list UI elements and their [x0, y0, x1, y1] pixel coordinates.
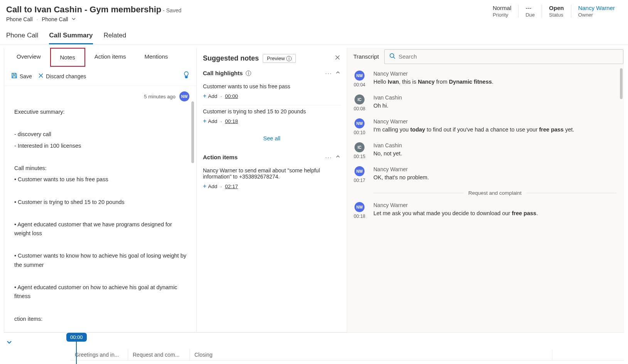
entity-type: Phone Call: [6, 16, 33, 22]
timestamp-link[interactable]: 00:00: [225, 93, 238, 99]
utterance: OK, that's no problem.: [373, 174, 616, 182]
avatar: IC: [355, 142, 365, 152]
timestamp: 00:04: [354, 82, 365, 88]
chevron-up-icon[interactable]: [335, 154, 341, 160]
tab-related[interactable]: Related: [104, 27, 127, 44]
note-line: [14, 153, 186, 162]
utterance: I'm calling you today to find out if you…: [373, 126, 616, 134]
transcript-row[interactable]: NW00:10 Nancy WarnerI'm calling you toda…: [351, 118, 616, 135]
transcript-row[interactable]: NW00:04 Nancy WarnerHello Ivan, this is …: [351, 71, 616, 88]
chevron-down-icon[interactable]: [4, 337, 15, 349]
meta-item: ---Due: [518, 5, 542, 18]
save-button[interactable]: Save: [11, 72, 32, 80]
page-header: Call to Ivan Cashin - Gym membership - S…: [0, 0, 628, 25]
search-input[interactable]: [384, 49, 623, 64]
action-item-text: Nancy Warner to send email about "some h…: [203, 167, 341, 180]
notes-panel: OverviewNotesAction itemsMentions Save D…: [4, 48, 197, 332]
speaker-name: Ivan Cashin: [373, 94, 616, 101]
timestamp: 00:10: [354, 130, 365, 135]
note-line: [14, 240, 186, 249]
note-line: [14, 209, 186, 218]
transcript-row[interactable]: IC00:15 Ivan CashinNo, not yet.: [351, 142, 616, 159]
subtab-overview[interactable]: Overview: [7, 48, 50, 67]
timeline-segment[interactable]: Request and com...: [128, 349, 190, 360]
subtab-mentions[interactable]: Mentions: [135, 48, 177, 67]
meta-value[interactable]: Nancy Warner: [578, 5, 615, 11]
search-icon: [389, 53, 395, 61]
meta-value: Open: [549, 5, 564, 11]
scrollbar[interactable]: [191, 101, 194, 163]
lightbulb-icon[interactable]: [183, 71, 189, 81]
subtab-notes[interactable]: Notes: [50, 48, 85, 67]
info-icon[interactable]: i: [246, 71, 251, 76]
note-line: • Customer wants to use his free pass: [14, 175, 186, 184]
transcript-row[interactable]: NW00:17 Nancy WarnerOK, that's no proble…: [351, 166, 616, 183]
note-line: [14, 119, 186, 128]
speaker-name: Nancy Warner: [373, 71, 616, 77]
note-line: - discovery call: [14, 130, 186, 139]
save-label: Save: [20, 73, 32, 79]
meta-item: Nancy WarnerOwner: [571, 5, 622, 18]
add-button[interactable]: +Add: [203, 93, 217, 99]
tab-call-summary[interactable]: Call Summary: [49, 27, 93, 44]
transcript-divider: Request and complaint: [373, 190, 616, 196]
speaker-name: Nancy Warner: [373, 118, 616, 125]
timestamp: 00:18: [354, 214, 365, 219]
note-timestamp: 5 minutes ago: [144, 94, 176, 99]
highlight-text: Customer is trying to shed 15 to 20 poun…: [203, 108, 341, 115]
sub-tabs: OverviewNotesAction itemsMentions: [4, 48, 196, 67]
highlight-text: Customer wants to use his free pass: [203, 83, 341, 89]
search-field[interactable]: [398, 53, 618, 60]
playhead-time: 00:00: [66, 333, 87, 342]
utterance: Oh hi.: [373, 102, 616, 110]
action-items-heading: Action items: [203, 154, 238, 160]
add-button[interactable]: +Add: [203, 118, 217, 125]
avatar: NW: [179, 91, 189, 101]
note-line: ction items:: [14, 315, 186, 324]
timeline: 00:00 Greetings and in...Request and com…: [0, 333, 628, 364]
saved-indicator: - Saved: [163, 7, 181, 13]
note-line: • Agent educated customer that we have p…: [14, 220, 186, 238]
note-line: [14, 303, 186, 312]
main-tabs: Phone CallCall SummaryRelated: [0, 25, 628, 45]
timeline-segment[interactable]: Closing: [190, 349, 552, 360]
meta-value: ---: [525, 5, 535, 11]
timestamp: 00:15: [354, 154, 365, 159]
meta-item: OpenStatus: [542, 5, 571, 18]
see-all-link[interactable]: See all: [203, 130, 341, 147]
chevron-down-icon[interactable]: [71, 16, 76, 22]
playhead[interactable]: 00:00: [66, 333, 87, 364]
suggested-title: Suggested notes: [203, 54, 259, 62]
scrollbar[interactable]: [620, 68, 623, 99]
avatar: NW: [355, 166, 365, 176]
discard-button[interactable]: Discard changes: [38, 73, 86, 80]
subtab-action-items[interactable]: Action items: [85, 48, 135, 67]
add-button[interactable]: +Add: [203, 183, 217, 190]
meta-label: Owner: [578, 12, 615, 18]
more-icon[interactable]: ···: [325, 70, 332, 76]
close-icon[interactable]: [334, 54, 341, 62]
avatar: NW: [355, 71, 365, 81]
speaker-name: Ivan Cashin: [373, 142, 616, 148]
preview-button[interactable]: Preview i: [263, 54, 296, 63]
utterance: Let me ask you what made you decide to d…: [373, 209, 616, 218]
highlight-item: Customer wants to use his free pass +Add…: [203, 80, 341, 105]
timestamp-link[interactable]: 02:17: [225, 184, 238, 189]
svg-point-0: [390, 54, 394, 57]
avatar: IC: [355, 94, 365, 104]
note-body[interactable]: Executive summary: - discovery call- Int…: [4, 101, 196, 332]
add-label: Add: [208, 184, 217, 189]
note-line: [14, 186, 186, 195]
timestamp-link[interactable]: 00:18: [225, 118, 238, 124]
avatar: NW: [355, 202, 365, 212]
transcript-row[interactable]: IC00:08 Ivan CashinOh hi.: [351, 94, 616, 111]
more-icon[interactable]: ···: [325, 154, 332, 160]
info-icon: i: [286, 56, 292, 61]
meta-label: Priority: [493, 12, 511, 18]
chevron-up-icon[interactable]: [335, 70, 341, 76]
record-type[interactable]: Phone Call: [42, 16, 68, 22]
suggested-panel: Suggested notes Preview i Call highlight…: [197, 48, 347, 332]
tab-phone-call[interactable]: Phone Call: [6, 27, 38, 44]
transcript-row[interactable]: NW00:18 Nancy WarnerLet me ask you what …: [351, 202, 616, 219]
save-icon: [11, 72, 17, 80]
